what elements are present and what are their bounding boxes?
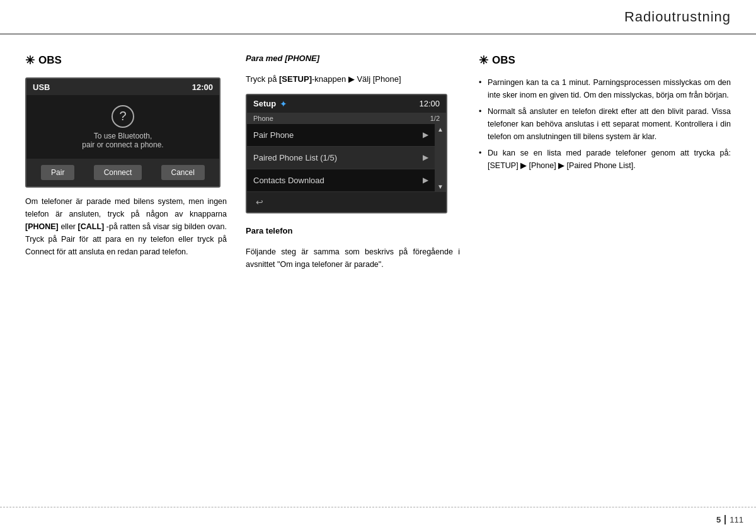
setup-page-count: 1/2 bbox=[430, 115, 440, 122]
setup-back-row: ↩ bbox=[247, 192, 446, 212]
contacts-label: Contacts Download bbox=[253, 176, 324, 185]
left-obs-heading: ✳ OBS bbox=[25, 54, 227, 67]
back-icon[interactable]: ↩ bbox=[256, 197, 263, 207]
page-num: 111 bbox=[726, 515, 743, 524]
screen-body: ? To use Bluetooth, pair or connect a ph… bbox=[26, 95, 219, 159]
setup-top-bar: Setup ✦ 12:00 bbox=[247, 95, 446, 113]
section-title: Para med [PHONE] bbox=[246, 54, 460, 63]
page-number: 5 111 bbox=[716, 515, 743, 524]
call-key-label: [CALL] bbox=[78, 222, 105, 231]
para-telefon-heading: Para telefon bbox=[246, 226, 460, 235]
scroll-up-icon[interactable]: ▲ bbox=[437, 126, 444, 133]
pair-button[interactable]: Pair bbox=[41, 165, 74, 180]
setup-title-label: Setup bbox=[253, 99, 276, 108]
scroll-down-icon[interactable]: ▼ bbox=[437, 183, 444, 190]
paired-list-arrow-icon: ▶ bbox=[423, 153, 428, 162]
paired-list-label: Paired Phone List (1/5) bbox=[253, 153, 337, 162]
left-column: ✳ OBS USB 12:00 ? To use Bluetooth, pair… bbox=[25, 54, 227, 494]
bottom-bar: 5 111 bbox=[0, 507, 756, 532]
question-mark-icon: ? bbox=[112, 105, 134, 128]
bluetooth-screen: USB 12:00 ? To use Bluetooth, pair or co… bbox=[25, 77, 220, 188]
right-column: ✳ OBS Parningen kan ta ca 1 minut. Parni… bbox=[479, 54, 731, 494]
left-body-text: Om telefoner är parade med bilens system… bbox=[25, 195, 227, 258]
setup-screen: Setup ✦ 12:00 Phone 1/2 Pair Phone ▶ Pai… bbox=[246, 94, 447, 213]
setup-time: 12:00 bbox=[419, 99, 440, 108]
middle-column: Para med [PHONE] Tryck på [SETUP]-knappe… bbox=[246, 54, 460, 494]
left-obs-star: ✳ bbox=[25, 54, 35, 67]
right-obs-star: ✳ bbox=[479, 54, 488, 67]
obs-bullet-list: Parningen kan ta ca 1 minut. Parningspro… bbox=[479, 76, 731, 176]
left-body-part2: eller bbox=[59, 222, 78, 231]
page-title: Radioutrustning bbox=[624, 9, 731, 25]
right-obs-heading: ✳ OBS bbox=[479, 54, 731, 67]
setup-phone-label: Phone bbox=[253, 115, 273, 122]
setup-menu-row: Pair Phone ▶ Paired Phone List (1/5) ▶ C… bbox=[247, 124, 446, 192]
bullet-item-3: Du kan se en lista med parade telefoner … bbox=[479, 147, 731, 172]
screen-top-bar: USB 12:00 bbox=[26, 79, 219, 95]
bluetooth-icon: ✦ bbox=[280, 99, 287, 109]
screen-time: 12:00 bbox=[192, 82, 213, 92]
cancel-button[interactable]: Cancel bbox=[161, 165, 205, 180]
scroll-track: ▲ ▼ bbox=[435, 124, 446, 192]
content-area: ✳ OBS USB 12:00 ? To use Bluetooth, pair… bbox=[0, 35, 756, 507]
screen-line1: To use Bluetooth, bbox=[94, 132, 152, 140]
right-obs-label: OBS bbox=[492, 54, 515, 67]
menu-item-paired-list[interactable]: Paired Phone List (1/5) ▶ bbox=[247, 147, 435, 169]
setup-menu-items: Pair Phone ▶ Paired Phone List (1/5) ▶ C… bbox=[247, 124, 435, 192]
bullet-item-1: Parningen kan ta ca 1 minut. Parningspro… bbox=[479, 76, 731, 101]
left-body-part1: Om telefoner är parade med bilens system… bbox=[25, 197, 227, 218]
contacts-arrow-icon: ▶ bbox=[423, 176, 428, 184]
pair-phone-label: Pair Phone bbox=[253, 130, 294, 140]
screen-source-label: USB bbox=[33, 82, 50, 92]
chapter-number: 5 bbox=[716, 515, 726, 524]
screen-buttons: Pair Connect Cancel bbox=[26, 159, 219, 186]
left-obs-label: OBS bbox=[38, 54, 62, 67]
instruction-text: Tryck på [SETUP]-knappen ▶ Välj [Phone] bbox=[246, 73, 460, 86]
top-bar: Radioutrustning bbox=[0, 0, 756, 35]
menu-item-contacts[interactable]: Contacts Download ▶ bbox=[247, 169, 435, 192]
para-telefon-body: Följande steg är samma som beskrivs på f… bbox=[246, 246, 460, 271]
screen-line2: pair or connect a phone. bbox=[82, 140, 163, 149]
setup-key-label: [SETUP] bbox=[279, 74, 312, 84]
setup-section-label: Phone 1/2 bbox=[247, 113, 446, 124]
phone-key-label: [PHONE] bbox=[25, 222, 59, 231]
connect-button[interactable]: Connect bbox=[94, 165, 142, 180]
menu-item-pair-phone[interactable]: Pair Phone ▶ bbox=[247, 124, 435, 147]
pair-phone-arrow-icon: ▶ bbox=[423, 130, 428, 139]
bullet-item-2: Normalt så ansluter en telefon direkt ef… bbox=[479, 105, 731, 143]
